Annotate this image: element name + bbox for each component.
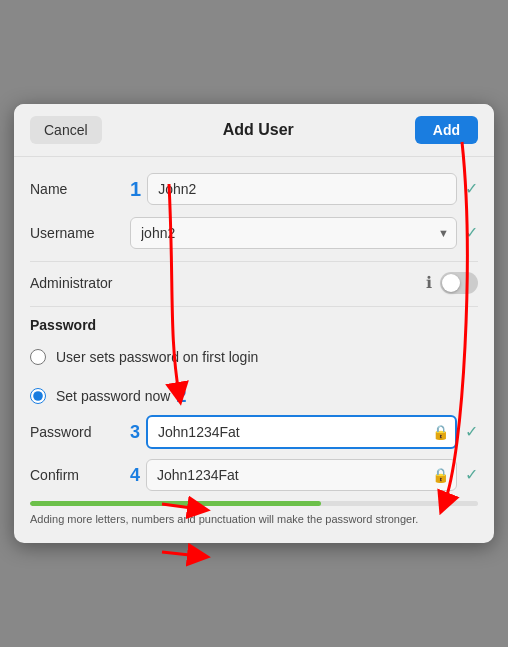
username-input-wrap: ▼ [130,217,457,249]
password-field-row: Password 3 🔒 ✓ [30,415,478,449]
username-label: Username [30,225,130,241]
strength-bar-fill [30,501,321,506]
add-button[interactable]: Add [415,116,478,144]
password-input-wrap: 🔒 [146,415,457,449]
password-eye-icon[interactable]: 🔒 [432,424,449,440]
username-input[interactable] [130,217,457,249]
annotation-2: 2 [176,387,186,405]
radio-first-login-label: User sets password on first login [56,349,258,365]
strength-bar [30,501,478,506]
confirm-input-wrap: 🔒 [146,459,457,491]
administrator-label: Administrator [30,275,426,291]
administrator-toggle[interactable] [440,272,478,294]
username-check-icon: ✓ [465,223,478,242]
annotation-4: 4 [130,466,140,484]
confirm-input[interactable] [146,459,457,491]
confirm-field-row: Confirm 4 🔒 ✓ [30,459,478,491]
password-check-icon: ✓ [465,422,478,441]
name-input-wrap [147,173,457,205]
name-row: Name 1 ✓ [30,173,478,205]
radio-set-now[interactable] [30,388,46,404]
radio-first-login[interactable] [30,349,46,365]
annotation-1: 1 [130,179,141,199]
administrator-row: Administrator ℹ [30,272,478,294]
password-section-title: Password [30,317,478,333]
strength-hint: Adding more letters, numbers and punctua… [30,512,478,527]
toggle-knob [442,274,460,292]
confirm-check-icon: ✓ [465,465,478,484]
dialog-title: Add User [223,121,294,139]
name-input[interactable] [147,173,457,205]
radio-row-2: Set password now 2 [30,381,478,411]
name-check-icon: ✓ [465,179,478,198]
name-label: Name [30,181,130,197]
radio-row-1: User sets password on first login [30,343,478,371]
annotation-3: 3 [130,423,140,441]
password-input[interactable] [146,415,457,449]
info-icon[interactable]: ℹ [426,273,432,292]
username-row: Username ▼ ✓ [30,217,478,249]
radio-set-now-label: Set password now [56,388,170,404]
confirm-eye-icon[interactable]: 🔒 [432,467,449,483]
confirm-label: Confirm [30,467,130,483]
password-label: Password [30,424,130,440]
cancel-button[interactable]: Cancel [30,116,102,144]
